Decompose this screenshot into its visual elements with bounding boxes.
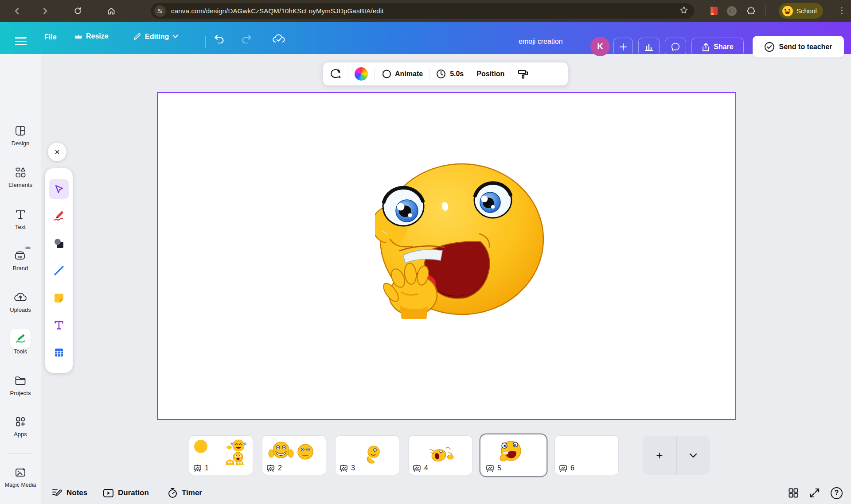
add-comment-button[interactable] bbox=[329, 68, 342, 80]
profile-name: School bbox=[796, 7, 817, 15]
toolbar-divider bbox=[429, 68, 429, 80]
copy-style-button[interactable] bbox=[517, 69, 529, 79]
duration-value: 5.0s bbox=[450, 70, 464, 78]
extensions-puzzle-icon[interactable] bbox=[744, 4, 759, 19]
notes-button[interactable]: Notes bbox=[51, 488, 87, 498]
chevron-down-icon bbox=[689, 453, 697, 458]
add-page-button[interactable]: + bbox=[643, 436, 677, 475]
timing-duration-button[interactable]: 5.0s bbox=[436, 69, 464, 79]
main-menu-icon[interactable] bbox=[15, 37, 27, 45]
object-panel-sidebar: Design Elements Text co Brand Uploads bbox=[0, 54, 41, 504]
elements-icon bbox=[14, 166, 27, 178]
page-thumbnail-3[interactable]: 3 bbox=[336, 436, 399, 475]
expand-pages-button[interactable] bbox=[677, 436, 710, 475]
design-page-canvas[interactable] bbox=[157, 92, 736, 420]
line-tool[interactable] bbox=[49, 260, 69, 281]
svg-text:co: co bbox=[18, 255, 23, 259]
duration-label: Duration bbox=[118, 488, 149, 497]
share-label: Share bbox=[714, 43, 733, 51]
page-thumbnail-1[interactable]: 1 bbox=[189, 436, 253, 475]
animate-button[interactable]: Animate bbox=[381, 69, 423, 79]
comments-button[interactable] bbox=[665, 38, 686, 56]
comment-plus-icon bbox=[329, 68, 342, 80]
undo-button[interactable] bbox=[214, 34, 225, 45]
address-bar[interactable]: canva.com/design/DAGwkCzSAQM/10hKScLoyMy… bbox=[151, 3, 694, 19]
toolbar-divider bbox=[374, 68, 375, 80]
browser-profile-chip[interactable]: School bbox=[779, 3, 823, 19]
back-icon[interactable] bbox=[10, 4, 25, 19]
redo-button[interactable] bbox=[241, 34, 252, 45]
sidebar-item-uploads[interactable]: Uploads bbox=[0, 290, 41, 313]
bookmark-star-icon[interactable] bbox=[679, 5, 689, 17]
pencil-icon bbox=[133, 32, 141, 41]
draw-pen-tool[interactable] bbox=[49, 206, 69, 226]
line-icon bbox=[53, 264, 65, 277]
forward-icon[interactable] bbox=[37, 4, 52, 19]
site-info-icon[interactable] bbox=[154, 5, 166, 17]
sidebar-item-design[interactable]: Design bbox=[0, 123, 41, 147]
sticky-note-tool[interactable] bbox=[49, 288, 69, 308]
sidebar-item-apps[interactable]: Apps bbox=[0, 414, 41, 438]
toolbar-divider bbox=[511, 68, 511, 80]
page-4-art bbox=[426, 446, 456, 464]
close-draw-toolbar-button[interactable]: × bbox=[48, 143, 66, 161]
page-2-art bbox=[268, 440, 316, 463]
red-pen-icon bbox=[52, 209, 66, 223]
present-fullscreen-button[interactable] bbox=[809, 488, 820, 498]
page-4-label: 4 bbox=[413, 464, 428, 472]
collaborator-avatar[interactable]: K bbox=[590, 37, 610, 56]
page-thumbnail-6[interactable]: 6 bbox=[555, 436, 618, 475]
sidebar-item-text[interactable]: Text bbox=[0, 207, 41, 230]
sidebar-item-projects[interactable]: Projects bbox=[0, 373, 41, 396]
toolbar-divider bbox=[470, 68, 470, 80]
color-picker-button[interactable] bbox=[355, 67, 368, 81]
sidebar-item-elements[interactable]: Elements bbox=[0, 165, 41, 188]
editing-label: Editing bbox=[145, 33, 169, 41]
page-5-art bbox=[497, 438, 523, 464]
design-title[interactable]: emoji creation bbox=[519, 38, 563, 46]
emoji-laughing-artwork[interactable] bbox=[375, 159, 552, 323]
shapes-tool[interactable] bbox=[49, 233, 69, 254]
editing-mode-dropdown[interactable]: Editing bbox=[133, 32, 178, 41]
duration-icon bbox=[103, 488, 114, 498]
position-button[interactable]: Position bbox=[476, 70, 504, 78]
grid-view-icon bbox=[788, 488, 799, 498]
editor-header: File Resize Editing emoji creation K bbox=[0, 22, 851, 54]
sidebar-item-brand[interactable]: co Brand bbox=[0, 248, 41, 271]
resize-button[interactable]: Resize bbox=[74, 32, 109, 40]
home-icon[interactable] bbox=[104, 4, 119, 19]
page-thumbnail-4[interactable]: 4 bbox=[409, 436, 472, 475]
table-tool[interactable] bbox=[49, 342, 69, 363]
send-to-teacher-button[interactable]: Send to teacher bbox=[753, 36, 844, 58]
browser-menu-icon[interactable]: ⋮ bbox=[838, 5, 846, 16]
select-tool[interactable] bbox=[49, 179, 69, 199]
duration-button[interactable]: Duration bbox=[103, 488, 149, 498]
extension-red-icon[interactable] bbox=[707, 4, 722, 19]
share-button[interactable]: Share bbox=[691, 38, 744, 56]
page-thumbnail-2[interactable]: 2 bbox=[262, 436, 326, 475]
insights-button[interactable] bbox=[638, 38, 660, 56]
timer-button[interactable]: Timer bbox=[168, 488, 202, 498]
text-icon bbox=[15, 209, 26, 220]
reload-icon[interactable] bbox=[70, 4, 85, 19]
save-status-cloud-icon[interactable] bbox=[272, 33, 285, 46]
sidebar-item-tools[interactable]: Tools bbox=[0, 331, 41, 355]
easel-icon bbox=[340, 465, 348, 472]
extension-gray-icon[interactable] bbox=[724, 4, 739, 19]
timer-label: Timer bbox=[182, 488, 202, 497]
page-thumbnail-5[interactable]: 5 bbox=[482, 436, 545, 475]
grid-view-button[interactable] bbox=[788, 488, 799, 498]
notes-label: Notes bbox=[66, 488, 87, 497]
page-6-label: 6 bbox=[559, 464, 574, 472]
browser-divider bbox=[765, 5, 766, 16]
easel-icon bbox=[559, 465, 567, 472]
status-bar: Notes Duration Timer 52% Pages 5 / 6 bbox=[0, 482, 851, 504]
share-upload-icon bbox=[702, 43, 710, 52]
help-button[interactable]: ? bbox=[831, 487, 843, 499]
add-collaborator-button[interactable] bbox=[613, 38, 633, 56]
projects-folder-icon bbox=[14, 375, 27, 386]
resize-label: Resize bbox=[86, 32, 109, 40]
context-toolbar: Animate 5.0s Position bbox=[323, 62, 568, 85]
file-menu[interactable]: File bbox=[44, 33, 57, 41]
text-tool[interactable] bbox=[49, 315, 69, 335]
